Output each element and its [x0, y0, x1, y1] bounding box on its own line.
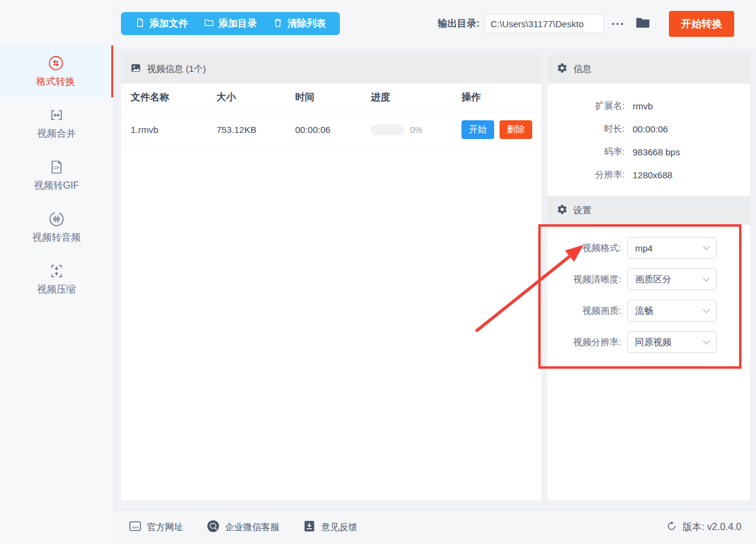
info-field-extension: 扩展名: rmvb	[547, 94, 750, 117]
settings-header: 设置	[547, 196, 750, 225]
video-quality-select[interactable]: 流畅	[627, 300, 717, 322]
wechat-support-link[interactable]: 企业微信客服	[206, 519, 279, 535]
trash-icon	[273, 18, 283, 30]
info-header: 信息	[547, 54, 750, 83]
video-info-title: 视频信息 (1个)	[147, 63, 206, 75]
feedback-link[interactable]: 意见反馈	[302, 519, 357, 535]
version-info: 版本: v2.0.4.0	[666, 520, 741, 534]
column-actions: 操作	[461, 91, 541, 104]
sidebar-item-video-to-gif[interactable]: GIF 视频转GIF	[0, 149, 113, 201]
setting-video-resolution: 视频分辨率: 同原视频	[547, 331, 750, 353]
info-title: 信息	[573, 63, 591, 75]
column-file-name: 文件名称	[131, 91, 217, 104]
add-folder-icon	[204, 18, 214, 30]
row-start-button[interactable]: 开始	[461, 120, 494, 139]
sidebar-item-label: 视频压缩	[37, 283, 76, 296]
start-convert-button[interactable]: 开始转换	[669, 11, 734, 37]
browse-more-button[interactable]: ···	[611, 18, 625, 30]
svg-text:GIF: GIF	[53, 166, 60, 170]
cell-progress: 0%	[371, 125, 461, 135]
settings-fields: 视频格式: mp4 视频清晰度: 画质区分	[547, 225, 750, 353]
cell-size: 753.12KB	[217, 125, 295, 135]
sidebar-item-video-to-audio[interactable]: 视频转音频	[0, 201, 113, 253]
gear-icon	[556, 204, 568, 217]
file-actions-group: 添加文件 添加目录 清除列表	[121, 12, 340, 35]
sidebar-item-format-convert[interactable]: 格式转换	[0, 45, 113, 97]
wechat-icon	[206, 519, 220, 535]
clear-list-button[interactable]: 清除列表	[265, 18, 334, 30]
chevron-down-icon	[703, 243, 709, 250]
output-directory-label: 输出目录:	[438, 18, 480, 30]
setting-video-format: 视频格式: mp4	[547, 237, 750, 259]
version-text: 版本: v2.0.4.0	[682, 521, 741, 534]
image-icon	[130, 62, 142, 76]
sidebar-item-label: 视频转音频	[33, 232, 81, 244]
add-directory-button[interactable]: 添加目录	[196, 18, 265, 30]
sidebar: 格式转换 视频合并 GIF 视频转GIF	[0, 0, 114, 544]
video-to-gif-icon: GIF	[48, 159, 65, 175]
setting-video-clarity: 视频清晰度: 画质区分	[547, 268, 750, 290]
add-file-button[interactable]: 添加文件	[127, 18, 196, 30]
video-compress-icon	[48, 263, 65, 279]
open-folder-button[interactable]	[634, 15, 651, 33]
gear-icon	[556, 62, 568, 76]
info-field-resolution: 分辨率: 1280x688	[547, 163, 750, 186]
progress-percent: 0%	[410, 125, 422, 135]
file-table-header: 文件名称 大小 时间 进度 操作	[121, 83, 541, 112]
add-file-icon	[135, 18, 145, 30]
info-fields: 扩展名: rmvb 时长: 00:00:06 码率: 983668 bps 分辨…	[547, 83, 750, 196]
row-delete-button[interactable]: 删除	[500, 120, 532, 139]
sidebar-item-label: 格式转换	[36, 76, 75, 88]
official-website-link[interactable]: .com 官方网址	[128, 519, 183, 535]
chevron-down-icon	[703, 306, 709, 312]
website-com-icon: .com	[128, 519, 142, 535]
sidebar-item-label: 视频转GIF	[34, 180, 79, 192]
format-convert-icon	[48, 55, 64, 71]
cell-file-name: 1.rmvb	[131, 125, 217, 135]
video-format-select[interactable]: mp4	[627, 237, 717, 259]
toolbar: 添加文件 添加目录 清除列表 输出目录: ···	[114, 0, 756, 47]
refresh-icon	[666, 520, 677, 534]
info-field-duration: 时长: 00:00:06	[547, 117, 750, 140]
setting-video-quality: 视频画质: 流畅	[547, 300, 750, 322]
feedback-icon	[302, 519, 316, 535]
column-progress: 进度	[371, 91, 461, 104]
side-panel: 信息 扩展名: rmvb 时长: 00:00:06 码率: 983668 bps	[547, 54, 750, 500]
sidebar-item-label: 视频合并	[37, 128, 76, 140]
app-window: 格式转换 视频合并 GIF 视频转GIF	[0, 0, 756, 544]
video-resolution-select[interactable]: 同原视频	[627, 331, 717, 353]
video-merge-icon	[48, 107, 65, 123]
cell-actions: 开始 删除	[461, 120, 541, 139]
chevron-down-icon	[703, 337, 709, 344]
svg-text:.com: .com	[131, 525, 139, 529]
progress-bar	[371, 125, 405, 135]
column-size: 大小	[217, 91, 295, 104]
table-row: 1.rmvb 753.12KB 00:00:06 0% 开始 删除	[121, 112, 541, 147]
sidebar-item-video-merge[interactable]: 视频合并	[0, 97, 113, 149]
sidebar-item-video-compress[interactable]: 视频压缩	[0, 253, 113, 305]
footer: .com 官方网址 企业微信客服 意见反馈 版本: v2.0	[114, 510, 756, 544]
video-to-audio-icon	[48, 211, 65, 227]
video-clarity-select[interactable]: 画质区分	[627, 268, 717, 290]
folder-icon	[634, 15, 651, 33]
output-directory-input[interactable]	[484, 14, 604, 33]
video-info-panel: 视频信息 (1个) 文件名称 大小 时间 进度 操作 1.rmvb 753.12…	[121, 54, 541, 500]
chevron-down-icon	[703, 274, 709, 281]
video-info-header: 视频信息 (1个)	[121, 54, 541, 83]
settings-title: 设置	[573, 205, 591, 216]
cell-time: 00:00:06	[295, 125, 371, 135]
column-time: 时间	[295, 91, 371, 104]
info-field-bitrate: 码率: 983668 bps	[547, 140, 750, 163]
